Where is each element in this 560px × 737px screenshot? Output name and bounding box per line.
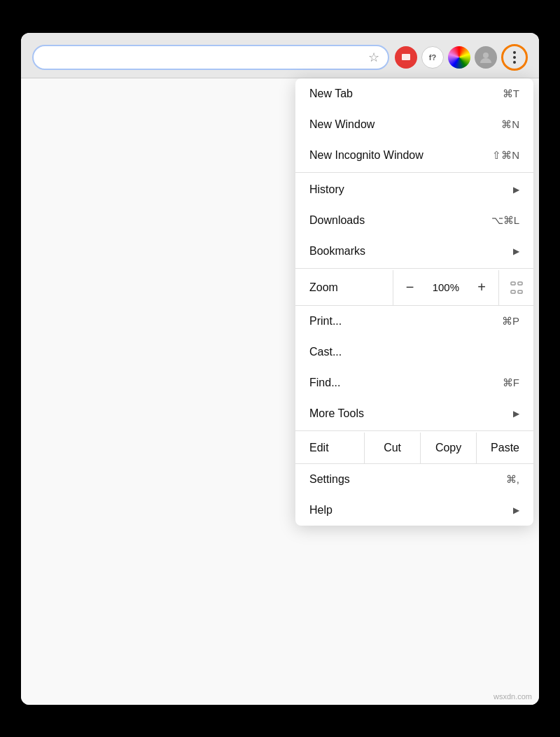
menu-item-new-incognito[interactable]: New Incognito Window ⇧⌘N	[295, 140, 533, 171]
menu-item-find[interactable]: Find... ⌘F	[295, 367, 533, 398]
more-tools-arrow-icon: ▶	[513, 409, 519, 419]
svg-point-2	[483, 52, 489, 58]
zoom-controls: − 100% +	[393, 270, 498, 305]
svg-rect-0	[402, 54, 410, 60]
extension-icon-3[interactable]	[448, 46, 470, 69]
menu-button[interactable]	[501, 44, 528, 71]
watermark: wsxdn.com	[493, 692, 532, 701]
menu-item-more-tools[interactable]: More Tools ▶	[295, 398, 533, 429]
zoom-row: Zoom − 100% +	[295, 270, 533, 306]
menu-item-new-window[interactable]: New Window ⌘N	[295, 109, 533, 140]
edit-row: Edit Cut Copy Paste	[295, 433, 533, 464]
browser-chrome: ☆ f?	[21, 33, 539, 78]
menu-item-bookmarks[interactable]: Bookmarks ▶	[295, 236, 533, 267]
cut-button[interactable]: Cut	[364, 433, 420, 463]
svg-rect-4	[518, 282, 522, 285]
menu-item-downloads[interactable]: Downloads ⌥⌘L	[295, 205, 533, 236]
menu-item-history[interactable]: History ▶	[295, 174, 533, 205]
help-arrow-icon: ▶	[513, 505, 519, 515]
menu-item-help[interactable]: Help ▶	[295, 495, 533, 526]
svg-rect-3	[511, 282, 515, 285]
menu-item-new-tab[interactable]: New Tab ⌘T	[295, 78, 533, 109]
menu-item-settings[interactable]: Settings ⌘,	[295, 464, 533, 495]
zoom-value: 100%	[427, 281, 465, 293]
zoom-out-button[interactable]: −	[393, 270, 427, 305]
copy-button[interactable]: Copy	[420, 433, 476, 463]
zoom-in-button[interactable]: +	[465, 270, 498, 305]
svg-rect-5	[511, 290, 515, 293]
address-bar[interactable]: ☆	[32, 45, 389, 70]
address-bar-row: ☆ f?	[32, 44, 528, 71]
menu-item-cast[interactable]: Cast...	[295, 337, 533, 367]
divider-1	[295, 172, 533, 173]
three-dots-icon	[513, 51, 516, 64]
menu-item-print[interactable]: Print... ⌘P	[295, 306, 533, 337]
bookmarks-arrow-icon: ▶	[513, 246, 519, 256]
extension-icon-1[interactable]	[395, 46, 417, 69]
fullscreen-button[interactable]	[498, 270, 533, 305]
edit-label: Edit	[295, 433, 364, 463]
star-icon[interactable]: ☆	[368, 50, 379, 65]
divider-2	[295, 268, 533, 269]
zoom-label[interactable]: Zoom	[295, 272, 393, 303]
history-arrow-icon: ▶	[513, 185, 519, 195]
browser-content: New Tab ⌘T New Window ⌘N New Incognito W…	[21, 78, 539, 705]
user-avatar[interactable]	[475, 46, 497, 69]
extension-icon-2[interactable]: f?	[421, 46, 444, 69]
svg-rect-6	[518, 290, 522, 293]
toolbar-icons: f?	[395, 44, 528, 71]
paste-button[interactable]: Paste	[476, 433, 533, 463]
browser-window: ☆ f?	[21, 33, 539, 705]
chrome-dropdown-menu: New Tab ⌘T New Window ⌘N New Incognito W…	[295, 78, 533, 526]
fullscreen-icon	[509, 280, 524, 295]
divider-3	[295, 430, 533, 431]
